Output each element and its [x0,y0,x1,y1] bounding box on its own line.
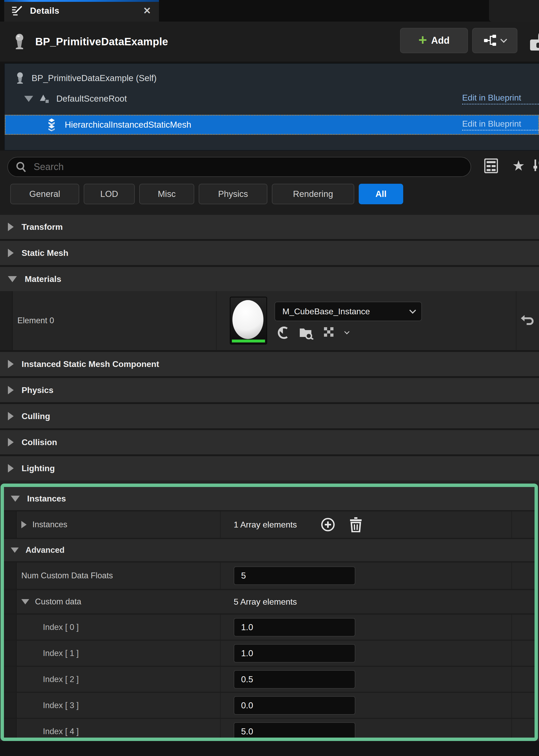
index-value-input[interactable]: 1.0 [234,618,355,637]
index-value: 0.5 [241,674,253,684]
index-value: 0.0 [241,701,253,711]
index-label: Index [ 1 ] [43,648,79,658]
num-custom-data-floats-row: Num Custom Data Floats 5 [4,563,535,589]
collapsed-caret-icon[interactable] [8,464,14,473]
collapsed-caret-icon[interactable] [8,249,14,257]
tree-item-hism-selected[interactable]: HierarchicalInstancedStaticMesh Edit in … [5,115,539,135]
num-custom-data-floats-label: Num Custom Data Floats [21,571,113,580]
section-title: Instances [27,494,66,503]
index-label: Index [ 0 ] [43,623,79,632]
collapsed-caret-icon[interactable] [21,521,27,528]
index-value-input[interactable]: 5.0 [234,722,355,741]
material-thumbnail[interactable] [230,297,267,344]
row-gutter [4,563,17,589]
filter-rendering-button[interactable]: Rendering [272,184,354,204]
instances-array-count: 1 Array elements [234,520,297,530]
row-gutter [4,693,17,718]
reset-to-default-icon[interactable] [520,314,535,327]
filter-all-button-active[interactable]: All [359,184,403,204]
tab-details[interactable]: Details ✕ [4,0,159,22]
tree-item-default-scene-root[interactable]: DefaultSceneRoot Edit in Blueprint [5,89,539,109]
expanded-caret-icon[interactable] [8,276,17,282]
filter-misc-button[interactable]: Misc [139,184,194,204]
collapsed-caret-icon[interactable] [8,386,14,394]
edit-in-blueprint-link[interactable]: Edit in Blueprint [462,93,539,105]
search-icon [15,161,27,173]
section-instances[interactable]: Instances [4,487,535,510]
subsection-advanced[interactable]: Advanced [4,539,535,561]
row-gutter [0,291,13,350]
add-component-button[interactable]: + Add [400,28,468,53]
section-title: Culling [22,412,50,421]
display-filter-grid-icon[interactable] [484,158,498,173]
details-header: BP_PrimitiveDataExample + Add [0,22,539,62]
settings-sliders-icon[interactable] [533,158,539,172]
collapsed-caret-icon[interactable] [8,223,14,231]
material-element-value-cell: M_CubeBase_Instance [217,291,516,350]
custom-data-index-row: Index [ 2 ] 0.5 [4,667,535,692]
section-title: Lighting [22,464,55,473]
search-row: Search ★ [0,151,539,184]
collapsed-caret-icon[interactable] [8,438,14,446]
section-culling[interactable]: Culling [0,404,539,428]
index-label: Index [ 3 ] [43,701,79,710]
material-element-label: Element 0 [17,316,54,325]
num-custom-data-floats-input[interactable]: 5 [234,567,355,585]
clear-array-trash-icon[interactable] [349,517,363,532]
custom-data-label: Custom data [35,597,81,606]
section-collision[interactable]: Collision [0,430,539,454]
section-materials[interactable]: Materials [0,267,539,291]
actor-pawn-icon [13,34,26,50]
custom-data-index-row: Index [ 0 ] 1.0 [4,615,535,640]
section-lighting[interactable]: Lighting [0,456,539,481]
scene-root-icon [38,93,50,104]
expanded-caret-icon[interactable] [11,496,20,502]
custom-data-row: Custom data 5 Array elements [4,590,535,613]
row-gutter [4,615,17,640]
selected-object-title: BP_PrimitiveDataExample [35,36,168,48]
section-title: Materials [25,274,61,284]
texture-checkerboard-icon[interactable] [323,326,336,339]
index-value-input[interactable]: 1.0 [234,644,355,662]
use-selected-asset-icon[interactable] [276,326,290,340]
index-label: Index [ 4 ] [43,727,79,736]
index-value-input[interactable]: 0.5 [234,670,355,689]
expanded-caret-icon[interactable] [11,548,19,553]
filter-lod-button[interactable]: LOD [84,184,135,204]
tab-close-icon[interactable]: ✕ [143,6,151,16]
section-instanced-static-mesh-component[interactable]: Instanced Static Mesh Component [0,352,539,376]
index-label: Index [ 2 ] [43,675,79,684]
edit-in-blueprint-link[interactable]: Edit in Blueprint [462,119,539,130]
section-title: Transform [22,222,63,232]
expand-caret-icon[interactable] [24,96,33,102]
custom-data-index-row: Index [ 1 ] 1.0 [4,641,535,666]
section-transform[interactable]: Transform [0,215,539,239]
custom-data-index-row: Index [ 3 ] 0.0 [4,693,535,718]
filter-physics-button[interactable]: Physics [199,184,268,204]
search-input[interactable]: Search [7,157,471,177]
index-value-input[interactable]: 0.0 [234,696,355,715]
collapsed-caret-icon[interactable] [8,360,14,368]
expanded-caret-icon[interactable] [21,599,29,604]
chevron-down-icon[interactable] [344,329,349,334]
active-tab-accent [4,0,159,2]
tree-item-self[interactable]: BP_PrimitiveDataExample (Self) [5,68,539,89]
details-panel: Details ✕ BP_PrimitiveDataExample + Add [0,0,539,756]
favorites-star-icon[interactable]: ★ [512,158,525,173]
tab-bar: Details ✕ [0,0,539,22]
blueprint-hierarchy-button[interactable] [472,28,517,53]
row-gutter [4,719,17,741]
section-physics[interactable]: Physics [0,378,539,402]
material-select-dropdown[interactable]: M_CubeBase_Instance [274,302,422,321]
hierarchy-icon [484,34,498,47]
section-static-mesh[interactable]: Static Mesh [0,241,539,265]
collapsed-caret-icon[interactable] [8,412,14,420]
filter-general-button[interactable]: General [10,184,79,204]
category-filter-row: General LOD Misc Physics Rendering All [0,184,539,215]
unlock-icon[interactable] [528,31,539,51]
browse-to-asset-icon[interactable] [299,326,314,340]
index-value: 1.0 [241,622,253,632]
section-title: Instanced Static Mesh Component [22,359,159,369]
add-array-element-icon[interactable] [321,517,335,532]
num-custom-data-floats-value: 5 [241,571,246,581]
